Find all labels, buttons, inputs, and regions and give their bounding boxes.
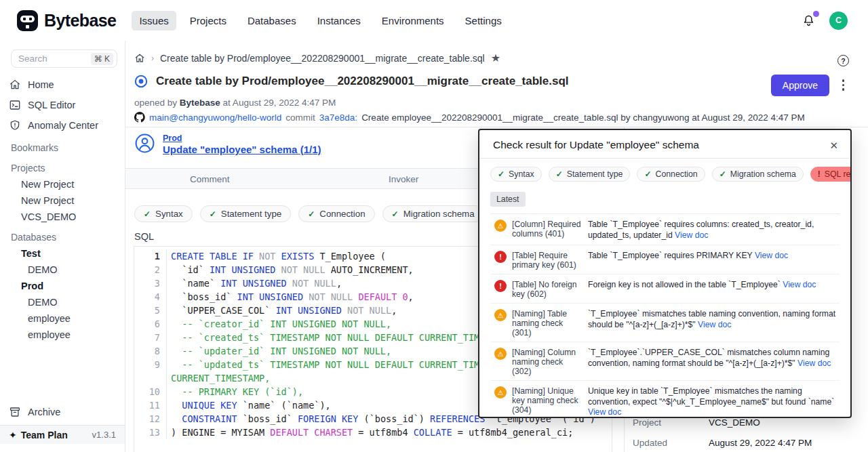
vcs-commit-link[interactable]: 3a7e8da: <box>319 112 357 123</box>
notification-bell-button[interactable] <box>802 14 816 28</box>
sidebar-item-label: Anomaly Center <box>28 120 98 131</box>
line-number: 2 <box>134 263 167 276</box>
approve-button[interactable]: Approve <box>771 75 829 96</box>
check-badge-label: Statement type <box>221 209 281 219</box>
nav-item-projects[interactable]: Projects <box>182 11 234 30</box>
bytebase-logo[interactable]: Bytebase <box>17 10 116 31</box>
nav-item-instances[interactable]: Instances <box>310 11 368 30</box>
modal-check-badges: ✓Syntax✓Statement type✓Connection✓Migrat… <box>479 159 850 182</box>
sidebar-item-label: Home <box>28 79 54 90</box>
view-doc-link[interactable]: View doc <box>797 358 831 368</box>
check-detail: Table `T_Employee` requires PRIMARY KEY … <box>588 249 840 270</box>
sidebar-item-sql-editor[interactable]: SQL Editor <box>0 95 125 115</box>
warning-icon: ⚠ <box>494 348 507 360</box>
star-icon[interactable]: ★ <box>491 53 500 64</box>
close-icon[interactable]: ✕ <box>829 140 838 150</box>
sidebar-item-anomaly-center[interactable]: Anomaly Center <box>0 115 125 136</box>
sidebar-item-new-project[interactable]: New Project <box>0 176 125 192</box>
check-rule: [Naming] Table naming check (301) <box>512 308 583 337</box>
issue-status-icon <box>134 75 148 88</box>
exclamation-icon: ! <box>818 170 821 178</box>
meta-value: August 29, 2022 4:47 PM <box>709 438 812 448</box>
sidebar-item-new-project[interactable]: New Project <box>0 192 125 209</box>
stage-environment-link[interactable]: Prod <box>163 133 321 143</box>
sidebar-item-vcs-demo[interactable]: VCS_DEMO <box>0 209 125 225</box>
column-header-comment: Comment <box>190 174 230 184</box>
check-badge-migration-schema[interactable]: ✓Migration schema <box>382 205 484 222</box>
issue-title: Create table by Prod/employee__202208290… <box>156 75 569 88</box>
nav-item-settings[interactable]: Settings <box>458 11 509 30</box>
line-number: 3 <box>134 276 167 290</box>
check-icon: ✓ <box>210 210 216 218</box>
sidebar-item-employee[interactable]: employee <box>0 327 125 343</box>
check-detail: `T_Employee` mismatches table naming con… <box>588 308 840 337</box>
check-badge-syntax[interactable]: ✓Syntax <box>490 167 542 182</box>
vcs-commit-message: Create employee__202208290001__migrate__… <box>361 112 805 123</box>
home-icon[interactable] <box>134 53 145 64</box>
view-doc-link[interactable]: View doc <box>755 251 788 260</box>
sidebar-item-demo[interactable]: DEMO <box>0 294 125 310</box>
sidebar-item-home[interactable]: Home <box>0 75 125 95</box>
terminal-icon <box>9 99 21 111</box>
line-number: 9 <box>134 358 167 385</box>
error-icon: ! <box>494 280 507 292</box>
vcs-branch-link[interactable]: main@changyuwong/hello-world <box>149 112 281 123</box>
check-badge-syntax[interactable]: ✓Syntax <box>134 205 193 222</box>
meta-label: Project <box>633 417 709 428</box>
check-rule: [Naming] Unique key naming check (304) <box>512 385 583 418</box>
check-result-row: ![Table] No foreign key (602)Foreign key… <box>490 274 840 304</box>
sidebar-sections: BookmarksProjectsNew ProjectNew ProjectV… <box>0 136 125 343</box>
check-icon: ✓ <box>644 170 651 178</box>
help-icon[interactable]: ? <box>837 55 849 66</box>
nav-item-issues[interactable]: Issues <box>132 11 176 30</box>
check-badge-statement-type[interactable]: ✓Statement type <box>200 205 292 222</box>
search-shortcut: ⌘ K <box>91 53 113 65</box>
nav-item-databases[interactable]: Databases <box>240 11 304 30</box>
sidebar-item-prod[interactable]: Prod <box>0 278 125 294</box>
sidebar-item-demo[interactable]: DEMO <box>0 262 125 278</box>
line-number: 1 <box>134 249 167 263</box>
check-icon: ✓ <box>392 210 399 218</box>
check-badge-statement-type[interactable]: ✓Statement type <box>549 167 631 182</box>
check-rule: [Table] Require primary key (601) <box>512 249 583 270</box>
check-result-row: ⚠[Naming] Column naming check (302)`T_Em… <box>490 342 840 381</box>
column-header-invoker: Invoker <box>389 174 418 184</box>
check-rule: [Column] Required columns (401) <box>512 218 583 241</box>
sidebar-item-label: Archive <box>28 407 60 417</box>
main-nav: IssuesProjectsDatabasesInstancesEnvironm… <box>132 11 509 30</box>
breadcrumb: › Create table by Prod/employee__2022082… <box>134 53 500 64</box>
sidebar-item-employee[interactable]: employee <box>0 310 125 327</box>
view-doc-link[interactable]: View doc <box>675 230 708 240</box>
sidebar-section-projects: Projects <box>0 156 125 176</box>
check-icon: ✓ <box>498 170 505 178</box>
plan-footer[interactable]: ✦ Team Plan v1.3.1 <box>0 425 125 444</box>
kebab-menu-button[interactable] <box>841 78 846 92</box>
meta-value: VCS_DEMO <box>709 417 760 428</box>
latest-button[interactable]: Latest <box>490 192 526 207</box>
check-badge-sql-review[interactable]: !SQL review <box>810 167 852 182</box>
github-icon <box>134 112 145 123</box>
breadcrumb-separator: › <box>151 54 154 63</box>
sidebar-item-label: SQL Editor <box>28 100 75 110</box>
check-badge-connection[interactable]: ✓Connection <box>298 205 374 222</box>
search-input[interactable] <box>18 54 91 64</box>
view-doc-link[interactable]: View doc <box>588 407 621 417</box>
search-box[interactable]: ⌘ K <box>11 49 117 68</box>
nav-item-environments[interactable]: Environments <box>374 11 452 30</box>
stage-task-link[interactable]: Update "employee" schema (1/1) <box>163 144 321 155</box>
view-doc-link[interactable]: View doc <box>783 280 816 289</box>
check-badge-migration-schema[interactable]: ✓Migration schema <box>712 167 804 182</box>
check-icon: ✓ <box>144 210 151 218</box>
line-number: 6 <box>134 317 167 331</box>
vcs-commit-line: main@changyuwong/hello-world commit 3a7e… <box>134 112 805 123</box>
breadcrumb-current[interactable]: Create table by Prod/employee__202208290… <box>160 53 485 64</box>
check-result-list: ⚠[Column] Required columns (401)Table `T… <box>490 213 840 418</box>
sidebar-item-archive[interactable]: Archive <box>0 402 125 422</box>
check-badge-label: Connection <box>656 169 698 179</box>
check-badge-connection[interactable]: ✓Connection <box>637 167 705 182</box>
avatar[interactable]: C <box>829 12 848 30</box>
meta-row-updated: UpdatedAugust 29, 2022 4:47 PM <box>633 432 812 452</box>
view-doc-link[interactable]: View doc <box>698 320 731 329</box>
sidebar-item-test[interactable]: Test <box>0 245 125 262</box>
check-badge-label: Syntax <box>155 209 183 219</box>
